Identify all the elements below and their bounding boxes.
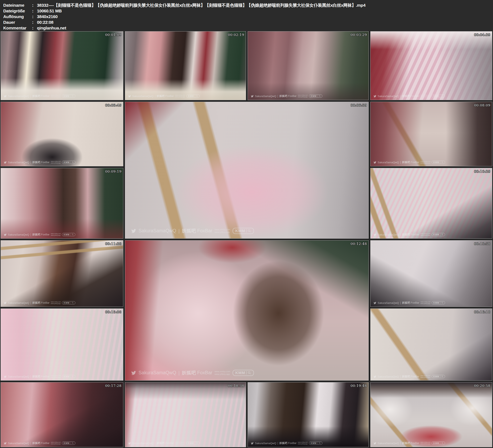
kmm-badge: KMM [233, 370, 254, 376]
watermark-handle: SakuraSamaQwQ [139, 228, 176, 234]
video-thumbnail: 00:18:38 SakuraSamaQwQ | 妖狐吧 FoxBar www.… [125, 382, 246, 447]
badge-divider [246, 229, 246, 233]
timestamp-label: 00:12:48 [351, 242, 367, 246]
watermark: SakuraSamaQwQ | 妖狐吧 FoxBar www.xmlsy.com… [373, 441, 445, 445]
badge-divider [70, 234, 71, 235]
badge-divider [70, 302, 71, 304]
badge-divider [70, 95, 71, 97]
kmm-badge-text: KMM [433, 233, 439, 236]
watermark-site-cjk: 妖狐吧 [402, 441, 410, 445]
video-thumbnail: 00:15:08 SakuraSamaQwQ | 妖狐吧 FoxBar www.… [0, 308, 123, 381]
watermark-site-latin: FoxBar [411, 375, 419, 378]
metadata-row-resolution: Auflösung:3840x2160 [3, 14, 493, 20]
magnifier-icon [441, 442, 443, 444]
timestamp-label: 00:15:08 [105, 310, 122, 314]
watermark-site: 妖狐吧 FoxBar [157, 94, 174, 98]
watermark-url-2: www.yhbsy.app [420, 303, 430, 304]
kmm-badge-text: KMM [433, 375, 439, 378]
kmm-badge: KMM [309, 94, 322, 98]
watermark-url-2: www.yhbsy.app [298, 96, 308, 98]
kmm-badge-text: KMM [433, 442, 439, 444]
watermark: SakuraSamaQwQ | 妖狐吧 FoxBar www.xmlsy.com… [128, 94, 200, 98]
watermark-handle: SakuraSamaQwQ [8, 95, 29, 98]
kmm-badge: KMM [432, 441, 445, 445]
watermark: SakuraSamaQwQ | 妖狐吧 FoxBar www.xmlsy.com… [373, 375, 445, 378]
watermark-site-cjk: 妖狐吧 [32, 301, 40, 304]
badge-divider [440, 442, 440, 444]
magnifier-icon [319, 442, 321, 444]
video-thumbnail: 00:02:19 SakuraSamaQwQ | 妖狐吧 FoxBar www.… [125, 31, 246, 100]
watermark-url-1: www.xmlsy.com [51, 94, 61, 96]
kmm-badge-text: KMM [64, 233, 69, 236]
watermark-handle: SakuraSamaQwQ [378, 233, 399, 236]
video-thumbnail: 00:10:29 SakuraSamaQwQ | 妖狐吧 FoxBar www.… [370, 168, 492, 239]
kmm-badge-text: KMM [311, 442, 316, 444]
watermark-url-1: www.xmlsy.com [175, 94, 185, 96]
timestamp-label: 00:06:59 [351, 103, 367, 107]
timestamp-label: 00:10:29 [474, 169, 490, 173]
watermark-site-latin: FoxBar [411, 441, 419, 445]
watermark-url-1: www.xmlsy.com [420, 94, 430, 96]
watermark-site-cjk: 妖狐吧 [32, 161, 40, 164]
video-thumbnail: 00:08:09 SakuraSamaQwQ | 妖狐吧 FoxBar www.… [370, 102, 492, 166]
kmm-badge: KMM [186, 441, 200, 445]
watermark-url-1: www.xmlsy.com [298, 94, 308, 96]
timestamp-label: 00:09:19 [105, 169, 122, 173]
watermark: SakuraSamaQwQ | 妖狐吧 FoxBar www.xmlsy.com… [131, 228, 254, 234]
magnifier-icon [441, 95, 443, 97]
kmm-badge-text: KMM [433, 161, 439, 164]
watermark-handle: SakuraSamaQwQ [139, 370, 176, 376]
watermark: SakuraSamaQwQ | 妖狐吧 FoxBar www.xmlsy.com… [373, 233, 445, 236]
watermark-separator: | [178, 228, 179, 234]
twitter-bird-icon [4, 161, 7, 164]
watermark-handle: SakuraSamaQwQ [8, 233, 29, 236]
badge-divider [440, 161, 440, 163]
timestamp-label: 00:19:48 [351, 384, 367, 388]
twitter-bird-icon [251, 442, 254, 445]
twitter-bird-icon [131, 228, 136, 234]
kmm-badge: KMM [432, 301, 445, 304]
timestamp-label: 00:01:09 [105, 33, 122, 37]
watermark-urls: www.xmlsy.com www.yhbsy.app [420, 301, 430, 304]
badge-divider [440, 95, 440, 97]
watermark-site: 妖狐吧 FoxBar [402, 441, 419, 445]
watermark-site: 妖狐吧 FoxBar [32, 94, 50, 98]
magnifier-icon [196, 442, 198, 444]
watermark-site: 妖狐吧 FoxBar [32, 375, 50, 378]
kmm-badge: KMM [432, 375, 445, 378]
comment-value: qinglanhua.net [37, 26, 66, 30]
watermark-separator: | [400, 161, 401, 164]
watermark-site-cjk: 妖狐吧 [402, 375, 410, 378]
metadata-label: Auflösung [3, 14, 32, 20]
watermark-site: 妖狐吧 FoxBar [182, 370, 213, 376]
watermark-url-2: www.yhbsy.app [175, 96, 185, 98]
watermark-site-cjk: 妖狐吧 [182, 370, 196, 375]
watermark-site-cjk: 妖狐吧 [402, 94, 410, 98]
watermark: SakuraSamaQwQ | 妖狐吧 FoxBar www.xmlsy.com… [373, 160, 445, 164]
twitter-bird-icon [373, 375, 376, 378]
kmm-badge: KMM [432, 233, 445, 236]
twitter-bird-icon [373, 442, 376, 445]
watermark-site-latin: FoxBar [165, 441, 174, 445]
watermark-handle: SakuraSamaQwQ [378, 301, 399, 304]
magnifier-icon [441, 161, 443, 163]
kmm-badge: KMM [62, 375, 75, 378]
watermark-url-2: www.yhbsy.app [51, 162, 61, 164]
watermark-handle: SakuraSamaQwQ [378, 442, 399, 445]
watermark-site: 妖狐吧 FoxBar [32, 441, 50, 445]
video-thumbnail: 00:11:38 SakuraSamaQwQ | 妖狐吧 FoxBar www.… [0, 240, 123, 307]
resolution-value: 3840x2160 [37, 14, 58, 19]
watermark-site: 妖狐吧 FoxBar [32, 301, 50, 305]
watermark-handle: SakuraSamaQwQ [378, 375, 399, 378]
badge-divider [317, 442, 318, 444]
watermark-site-latin: FoxBar [41, 375, 50, 378]
kmm-badge-text: KMM [433, 95, 439, 97]
watermark-site: 妖狐吧 FoxBar [32, 160, 50, 164]
metadata-row-comment: Kommentar:qinglanhua.net [3, 25, 493, 31]
watermark-handle: SakuraSamaQwQ [378, 161, 399, 164]
watermark-urls: www.xmlsy.com www.yhbsy.app [298, 94, 308, 98]
watermark: SakuraSamaQwQ | 妖狐吧 FoxBar www.xmlsy.com… [4, 441, 75, 445]
twitter-bird-icon [4, 442, 7, 445]
kmm-badge-text: KMM [64, 95, 69, 97]
metadata-colon: : [32, 14, 37, 20]
